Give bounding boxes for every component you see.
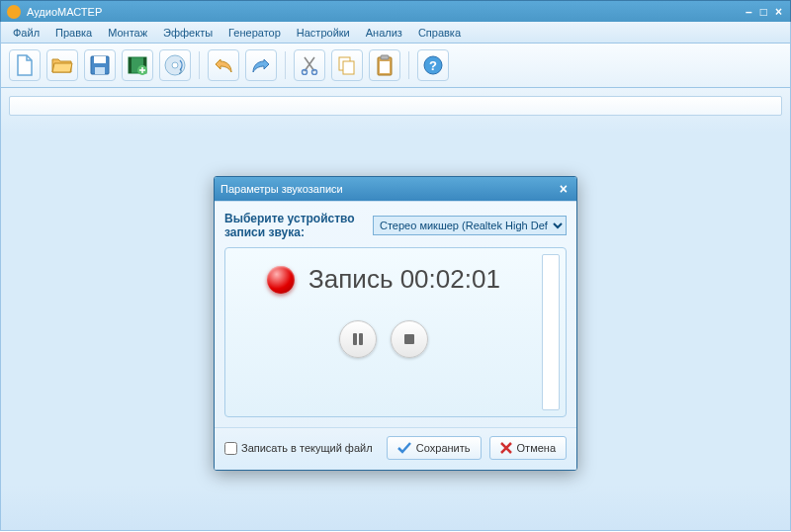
track-strip[interactable] bbox=[9, 96, 782, 116]
svg-rect-1 bbox=[94, 56, 106, 63]
save-dialog-button[interactable]: Сохранить bbox=[387, 436, 482, 460]
menubar: Файл Правка Монтаж Эффекты Генератор Нас… bbox=[0, 22, 791, 44]
copy-button[interactable] bbox=[331, 49, 363, 81]
paste-icon bbox=[376, 54, 394, 76]
dialog-title-text: Параметры звукозаписи bbox=[220, 183, 557, 195]
write-to-current-file-checkbox[interactable]: Записать в текущий файл bbox=[224, 442, 379, 455]
cut-icon bbox=[301, 55, 318, 75]
save-icon bbox=[90, 55, 110, 75]
undo-button[interactable] bbox=[208, 49, 239, 81]
dialog-titlebar: Параметры звукозаписи × bbox=[215, 177, 576, 201]
close-button[interactable]: × bbox=[773, 5, 784, 19]
toolbar-separator bbox=[199, 51, 200, 79]
write-to-current-checkbox-input[interactable] bbox=[224, 442, 237, 455]
menu-montage[interactable]: Монтаж bbox=[100, 25, 155, 41]
svg-point-10 bbox=[303, 70, 308, 75]
cd-icon: ♪ bbox=[164, 54, 186, 76]
cut-button[interactable] bbox=[294, 49, 325, 81]
app-logo-icon bbox=[7, 5, 21, 19]
svg-rect-13 bbox=[343, 61, 354, 74]
new-file-button[interactable] bbox=[9, 49, 41, 81]
recording-dialog: Параметры звукозаписи × Выберите устройс… bbox=[214, 176, 577, 471]
toolbar-separator bbox=[408, 51, 409, 79]
pause-icon bbox=[351, 332, 365, 346]
new-file-icon bbox=[15, 54, 35, 76]
cancel-dialog-button[interactable]: Отмена bbox=[489, 436, 567, 460]
open-file-button[interactable] bbox=[46, 49, 78, 81]
redo-icon bbox=[251, 56, 271, 74]
help-button[interactable]: ? bbox=[417, 49, 449, 81]
titlebar: АудиоМАСТЕР – □ × bbox=[0, 0, 791, 22]
open-file-icon bbox=[51, 56, 73, 74]
menu-settings[interactable]: Настройки bbox=[289, 25, 358, 41]
svg-rect-21 bbox=[404, 334, 414, 344]
checkbox-label: Записать в текущий файл bbox=[241, 442, 373, 454]
svg-point-11 bbox=[312, 70, 317, 75]
menu-file[interactable]: Файл bbox=[5, 25, 47, 41]
record-indicator-icon bbox=[267, 266, 295, 294]
check-icon bbox=[397, 442, 411, 454]
add-video-button[interactable] bbox=[122, 49, 153, 81]
app-title: АудиоМАСТЕР bbox=[27, 6, 744, 18]
svg-rect-20 bbox=[359, 333, 363, 345]
cross-icon bbox=[500, 442, 512, 454]
svg-text:?: ? bbox=[429, 58, 437, 73]
maximize-button[interactable]: □ bbox=[758, 5, 769, 19]
device-label: Выберите устройство записи звука: bbox=[224, 212, 367, 239]
help-icon: ? bbox=[423, 55, 443, 75]
minimize-button[interactable]: – bbox=[744, 5, 754, 19]
toolbar-area: ♪ ? bbox=[0, 44, 791, 88]
record-panel: Запись 00:02:01 bbox=[224, 247, 567, 417]
svg-text:♪: ♪ bbox=[178, 65, 183, 76]
pause-button[interactable] bbox=[339, 320, 377, 358]
svg-rect-4 bbox=[129, 57, 132, 73]
toolbar-separator bbox=[285, 51, 286, 79]
paste-button[interactable] bbox=[369, 49, 400, 81]
menu-edit[interactable]: Правка bbox=[47, 25, 100, 41]
dialog-close-button[interactable]: × bbox=[557, 181, 571, 197]
record-status-text: Запись 00:02:01 bbox=[308, 264, 500, 295]
level-meter bbox=[542, 254, 560, 410]
undo-icon bbox=[214, 56, 233, 74]
svg-rect-15 bbox=[381, 55, 389, 59]
menu-analysis[interactable]: Анализ bbox=[358, 25, 410, 41]
cd-button[interactable]: ♪ bbox=[159, 49, 191, 81]
svg-rect-2 bbox=[95, 67, 105, 74]
stop-icon bbox=[402, 332, 416, 346]
svg-rect-16 bbox=[380, 61, 390, 73]
menu-help[interactable]: Справка bbox=[410, 25, 469, 41]
stop-button[interactable] bbox=[391, 320, 428, 358]
menu-effects[interactable]: Эффекты bbox=[155, 25, 220, 41]
svg-rect-19 bbox=[353, 333, 357, 345]
add-video-icon bbox=[128, 55, 147, 75]
menu-generator[interactable]: Генератор bbox=[220, 25, 289, 41]
device-select[interactable]: Стерео микшер (Realtek High Def bbox=[373, 216, 567, 235]
main-workspace: Параметры звукозаписи × Выберите устройс… bbox=[0, 88, 791, 531]
redo-button[interactable] bbox=[245, 49, 277, 81]
save-button[interactable] bbox=[84, 49, 116, 81]
copy-icon bbox=[337, 55, 357, 75]
